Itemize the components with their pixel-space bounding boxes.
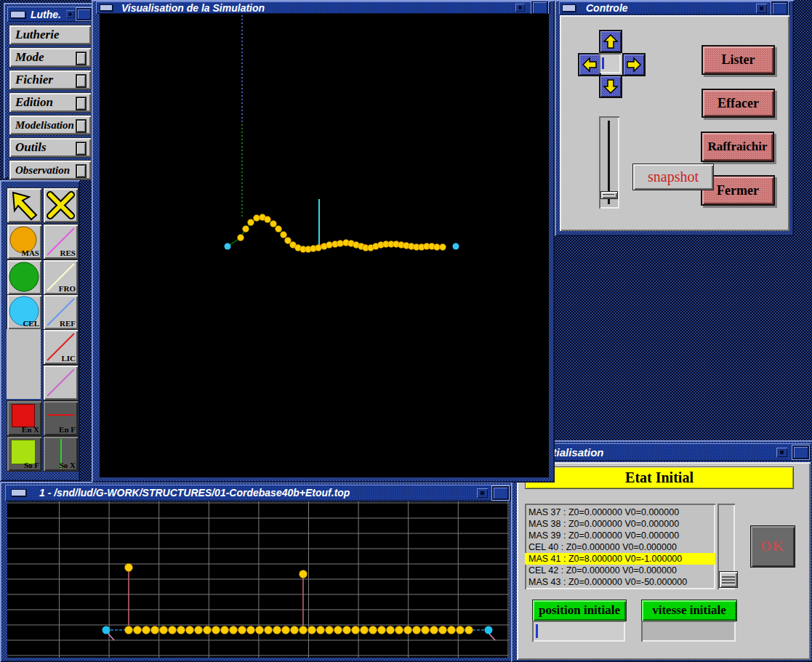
pointer-tool-button[interactable] <box>7 187 42 223</box>
shade-button[interactable] <box>66 10 75 17</box>
window-menu-icon[interactable] <box>10 11 25 18</box>
text-cursor <box>602 57 604 69</box>
list-item[interactable]: MAS 38 : Z0=0.000000 V0=0.000000 <box>525 518 715 530</box>
menu-item-modelisation[interactable]: Modelisation <box>9 115 92 135</box>
lister-button[interactable]: Lister <box>702 45 775 75</box>
visualisation-window-title: Visualisation de la Simulation <box>121 2 265 14</box>
lister-label: Lister <box>722 52 755 68</box>
maximize-button[interactable] <box>492 486 509 500</box>
menu-item-edition[interactable]: Edition <box>9 92 92 113</box>
maximize-button[interactable] <box>76 8 92 20</box>
lic-tool-button[interactable]: LIC <box>43 329 79 365</box>
luthe-window-title: Luthe. <box>31 9 61 20</box>
ok-button[interactable]: OK <box>750 525 795 568</box>
list-item[interactable]: MAS 39 : Z0=0.000000 V0=0.000000 <box>525 530 715 541</box>
green-module-button[interactable] <box>7 259 42 295</box>
sox-tool-button[interactable]: So X <box>43 436 79 472</box>
shade-button[interactable] <box>477 488 488 498</box>
delete-tool-button[interactable] <box>43 187 79 223</box>
list-item[interactable]: CEL 40 : Z0=0.000000 V0=0.000000 <box>525 541 715 553</box>
violet-link-button[interactable] <box>43 365 79 400</box>
menu-item-observation[interactable]: Observation <box>9 160 92 180</box>
sof-tool-button[interactable]: So F <box>7 436 42 472</box>
snapshot-button[interactable]: snapshot <box>632 164 714 190</box>
menu-label: Modelisation <box>15 119 74 132</box>
arrow-right-icon <box>625 56 643 73</box>
arrow-down-button[interactable] <box>599 75 622 98</box>
position-initiale-field[interactable] <box>532 621 625 642</box>
violet-link-icon <box>44 366 78 400</box>
maximize-button[interactable] <box>771 1 788 15</box>
effacer-button[interactable]: Effacer <box>702 89 775 118</box>
luthe-titlebar[interactable]: Luthe. <box>7 7 93 22</box>
vitesse-initiale-button[interactable]: vitesse initiale <box>641 600 737 621</box>
controle-content: Lister Effacer Raffraichir Fermer snapsh… <box>560 15 789 231</box>
cascade-icon <box>76 142 87 156</box>
list-item[interactable]: MAS 37 : Z0=0.000000 V0=0.000000 <box>525 506 715 518</box>
arrow-left-button[interactable] <box>578 53 601 76</box>
structure-titlebar[interactable]: 1 - /snd/lud/G-WORK/STRUCTURES/01-Cordeb… <box>5 485 511 501</box>
list-item-selected[interactable]: MAS 41 : Z0=8.000000 V0=-1.000000 <box>525 553 715 565</box>
arrowpad-value-field[interactable] <box>599 53 621 73</box>
arrow-left-icon <box>581 56 598 73</box>
enf-tool-button[interactable]: En F <box>43 400 79 436</box>
raffraichir-label: Raffraichir <box>707 140 767 154</box>
position-initiale-button[interactable]: position initiale <box>532 600 627 621</box>
scrollbar-thumb[interactable] <box>719 571 738 588</box>
ref-tool-button[interactable]: REF <box>43 294 79 330</box>
res-tool-button[interactable]: RES <box>43 224 79 259</box>
grip-line <box>722 576 735 578</box>
window-menu-icon[interactable] <box>562 4 576 12</box>
cel-tool-button[interactable]: CEL <box>7 294 42 330</box>
maximize-button[interactable] <box>531 1 548 14</box>
shade-button[interactable] <box>776 448 787 457</box>
structure-canvas[interactable] <box>7 501 509 658</box>
list-item[interactable]: CEL 42 : Z0=0.000000 V0=0.000000 <box>525 565 715 576</box>
menu-item-lutherie[interactable]: Lutherie <box>9 25 92 45</box>
shade-button[interactable] <box>756 4 767 13</box>
arrow-right-button[interactable] <box>622 53 646 76</box>
tool-label: So F <box>24 461 39 469</box>
menu-item-fichier[interactable]: Fichier <box>9 70 92 90</box>
list-item[interactable]: MAS 43 : Z0=0.000000 V0=-50.000000 <box>525 576 715 588</box>
menu-item-outils[interactable]: Outils <box>9 137 92 158</box>
window-menu-icon[interactable] <box>11 489 26 496</box>
controle-titlebar[interactable]: Controle <box>559 1 789 15</box>
maximize-button[interactable] <box>792 445 809 459</box>
initialisation-titlebar[interactable]: Initialisation <box>517 443 811 461</box>
structure-window-title: 1 - /snd/lud/G-WORK/STRUCTURES/01-Cordeb… <box>39 487 350 498</box>
slider-thumb[interactable] <box>600 191 618 199</box>
dot-icon <box>760 7 763 10</box>
snapshot-label: snapshot <box>648 169 699 185</box>
tool-label: REF <box>60 319 76 328</box>
tool-label: En F <box>59 425 76 434</box>
fro-tool-button[interactable]: FRO <box>43 259 79 295</box>
window-menu-icon[interactable] <box>100 4 113 11</box>
shade-button[interactable] <box>515 4 525 12</box>
vitesse-initiale-field[interactable] <box>641 621 736 642</box>
list-scrollbar[interactable] <box>717 504 735 589</box>
luthe-menu: Lutherie Mode Fichier Edition Modelisati… <box>7 23 93 175</box>
controle-window: Controle Lister <box>555 0 794 236</box>
speed-slider[interactable] <box>599 116 619 209</box>
arrow-up-icon <box>602 33 619 50</box>
green-circle-icon <box>7 260 41 294</box>
menu-item-mode[interactable]: Mode <box>9 47 92 68</box>
initialisation-content: Etat Initial MAS 37 : Z0=0.000000 V0=0.0… <box>517 462 811 660</box>
raffraichir-button[interactable]: Raffraichir <box>701 132 774 162</box>
dot-icon <box>518 6 521 9</box>
toolbox-blank-area <box>7 329 41 399</box>
visualisation-window: Visualisation de la Simulation <box>92 0 555 483</box>
dot-icon <box>69 13 72 16</box>
simulation-canvas[interactable] <box>100 14 549 477</box>
dot-icon <box>780 451 784 454</box>
enx-tool-button[interactable]: En X <box>7 400 42 436</box>
visualisation-titlebar[interactable]: Visualisation de la Simulation <box>96 1 550 14</box>
tool-label: En X <box>22 425 39 434</box>
toolbox-window: MAS RES FRO CEL REF LIC En X En F So F <box>0 180 80 481</box>
dot-icon <box>481 491 484 495</box>
arrow-up-button[interactable] <box>599 30 622 53</box>
state-listbox[interactable]: MAS 37 : Z0=0.000000 V0=0.000000 MAS 38 … <box>525 504 715 589</box>
tool-label: So X <box>60 461 76 469</box>
mas-tool-button[interactable]: MAS <box>7 224 42 259</box>
